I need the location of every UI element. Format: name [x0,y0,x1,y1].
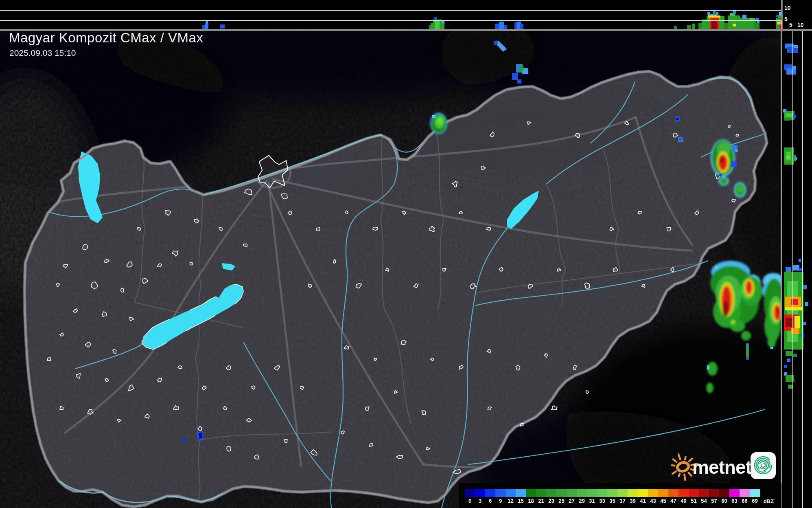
legend-cell: 37 [617,489,628,504]
legend-swatch [526,489,536,497]
timestamp: 2025.09.03 15:10 [9,48,76,58]
legend-cell: 45 [658,489,668,504]
legend-swatch [475,489,485,497]
legend-cell: 35 [607,489,617,504]
legend-cell: 6 [485,489,495,504]
legend-swatch [628,489,638,497]
legend-cell: 27 [567,489,577,504]
city-outline [426,447,430,450]
city-outline [516,365,520,370]
legend-value: 49 [681,498,686,504]
legend-swatch [699,489,709,497]
legend-cell: 31 [587,489,597,504]
legend-value: 33 [599,498,605,504]
legend-value: 37 [619,498,625,504]
city-outline [728,125,730,128]
legend-cell: 0 [465,489,475,504]
legend-cell: 9 [495,489,506,504]
radar-map-canvas: metnet [0,0,812,508]
legend-value: 15 [518,498,523,504]
strip-separator-vertical [781,31,782,508]
legend-swatch [709,489,719,497]
legend-swatch [587,489,597,497]
legend-cell: 60 [719,489,729,504]
logo-wordmark: metnet [692,457,751,478]
legend-cell: 15 [516,489,526,504]
city-outline [520,423,523,426]
legend-value: 27 [569,498,574,504]
city-outline [667,227,670,231]
legend-cell: 12 [506,489,516,504]
city-outline [254,455,258,459]
legend-cell: 39 [628,489,638,504]
legend-value: 23 [548,498,554,504]
legend-value: 29 [579,498,584,504]
legend-swatch [577,489,587,497]
legend-value: 12 [508,498,513,504]
legend-swatch [567,489,577,497]
top-profile-strip [0,0,812,29]
legend-swatch [536,489,546,497]
legend-swatch [506,489,516,497]
legend-value: 21 [538,498,544,504]
legend-value: 63 [731,498,737,504]
legend-swatch [740,489,750,497]
legend-value: 69 [752,498,757,504]
legend-value: 39 [630,498,635,504]
legend-swatch [750,489,760,497]
city-outline [190,263,193,265]
page-title: Magyar Kompozit CMax / VMax [9,30,203,46]
legend-value: 3 [479,498,482,504]
legend-cell: 57 [709,489,719,504]
legend-cell: 47 [668,489,678,504]
legend-value: 54 [701,498,707,504]
legend-value: 0 [468,498,471,504]
city-outline [333,259,336,263]
legend-swatch [658,489,668,497]
legend-cell: 21 [536,489,546,504]
legend-value: 6 [489,498,492,504]
legend-value: 18 [528,498,534,504]
legend-value: 60 [721,498,727,504]
city-outline [736,134,738,136]
city-outline [227,446,231,451]
city-outline [252,386,255,389]
legend-cell: 3 [475,489,485,504]
right-axis-label-10km: 10 [797,22,804,28]
legend-cell: 63 [729,489,740,504]
dbz-unit-label: dBZ [764,498,774,504]
legend-cell: 49 [678,489,689,504]
legend-swatch [546,489,556,497]
legend-value: 51 [691,498,696,504]
legend-swatch [729,489,740,497]
legend-cell: 25 [556,489,567,504]
legend-cell: 33 [597,489,607,504]
legend-swatch [668,489,678,497]
legend-value: 66 [742,498,747,504]
legend-value: 35 [609,498,615,504]
right-axis-label-5km: 5 [789,22,792,28]
legend-swatch [495,489,506,497]
city-outline [373,228,378,231]
legend-value: 41 [640,498,646,504]
city-outline [120,288,124,292]
legend-swatch [719,489,729,497]
legend-value: 57 [711,498,717,504]
legend-value: 25 [558,498,564,504]
legend-value: 9 [499,498,502,504]
legend-cell: 23 [546,489,556,504]
city-outline [586,391,589,394]
radar-app-window: metnet Magyar Kompozit CMax / VMax 2025.… [0,0,812,508]
map-area [0,0,812,508]
city-outline [732,199,735,202]
legend-cell: 66 [740,489,750,504]
legend-cell: 41 [638,489,648,504]
legend-swatch [597,489,607,497]
dbz-legend-scale: 0369121518212325272931333537394143454749… [465,489,760,504]
top-axis-label-10km: 10 [784,4,791,11]
legend-cell: 54 [699,489,709,504]
legend-swatch [678,489,689,497]
legend-swatch [617,489,628,497]
legend-swatch [607,489,617,497]
city-outline [584,283,590,288]
